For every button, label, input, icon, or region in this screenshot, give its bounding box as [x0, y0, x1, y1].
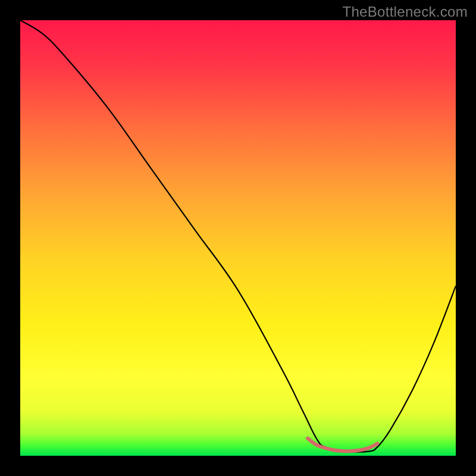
watermark-text: TheBottleneck.com: [342, 4, 468, 20]
plot-area: [20, 20, 456, 456]
chart-svg: [20, 20, 456, 456]
gradient-background: [20, 20, 456, 456]
chart-frame: [20, 20, 456, 456]
